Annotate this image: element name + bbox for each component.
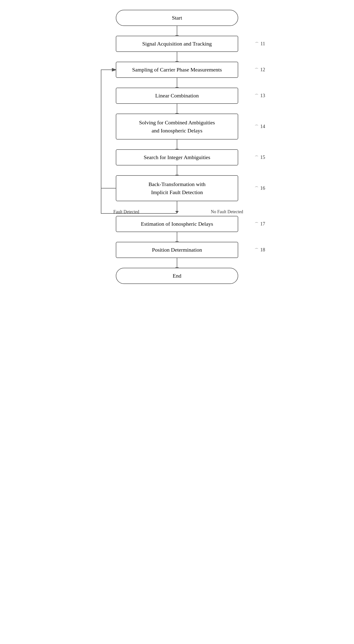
step15-node: Search for Integer Ambiguities (116, 149, 238, 166)
ref-14: 14 (254, 124, 265, 130)
step13-row: Linear Combination 13 (108, 88, 246, 104)
step14-label: Solving for Combined Ambiguitiesand Iono… (139, 120, 215, 134)
end-label: End (172, 273, 181, 279)
step12-label: Sampling of Carrier Phase Measurements (132, 66, 222, 73)
ref-17: 17 (254, 221, 265, 227)
step16-row: Back-Transformation withImplicit Fault D… (108, 175, 246, 201)
no-fault-detected-label: No Fault Detected (211, 209, 243, 214)
step17-row: Estimation of Ionospheric Delays 17 (108, 216, 246, 232)
step17-node: Estimation of Ionospheric Delays (116, 216, 238, 232)
step11-label: Signal Acquisition and Tracking (142, 41, 212, 47)
diagram-container: Start Signal Acquisition and Tracking 11… (84, 10, 270, 284)
end-node: End (116, 268, 238, 284)
step17-label: Estimation of Ionospheric Delays (141, 221, 213, 227)
step16-node: Back-Transformation withImplicit Fault D… (116, 175, 238, 201)
ref-16: 16 (254, 185, 265, 191)
step14-row: Solving for Combined Ambiguitiesand Iono… (108, 114, 246, 140)
step14-node: Solving for Combined Ambiguitiesand Iono… (116, 114, 238, 140)
ref-13: 13 (254, 93, 265, 99)
arrow-17-to-18 (177, 232, 177, 242)
start-node: Start (116, 10, 238, 26)
ref-18: 18 (254, 247, 265, 253)
step11-row: Signal Acquisition and Tracking 11 (108, 36, 246, 52)
step12-node: Sampling of Carrier Phase Measurements (116, 62, 238, 78)
arrow-11-to-12 (177, 52, 177, 62)
arrow-14-to-15 (177, 140, 177, 149)
step16-label: Back-Transformation withImplicit Fault D… (148, 181, 206, 195)
step12-row: Sampling of Carrier Phase Measurements 1… (108, 62, 246, 78)
start-label: Start (172, 15, 182, 21)
arrow-12-to-13 (177, 78, 177, 88)
step18-node: Position Determination (116, 242, 238, 258)
step13-label: Linear Combination (155, 92, 199, 99)
step11-node: Signal Acquisition and Tracking (116, 36, 238, 52)
split-arrow (175, 211, 179, 214)
step18-label: Position Determination (152, 247, 202, 253)
step18-row: Position Determination 18 (108, 242, 246, 258)
fault-detected-label: Fault Detected (113, 209, 139, 214)
step13-node: Linear Combination (116, 88, 238, 104)
ref-11: 11 (255, 41, 265, 47)
arrow-18-to-end (177, 258, 177, 268)
arrow-15-to-16 (177, 166, 177, 175)
step15-label: Search for Integer Ambiguities (144, 154, 210, 160)
flowchart: Start Signal Acquisition and Tracking 11… (84, 10, 270, 284)
split-area: Fault Detected No Fault Detected (108, 201, 246, 216)
step15-row: Search for Integer Ambiguities 15 (108, 149, 246, 166)
arrow-start-to-11 (177, 26, 177, 36)
arrow-13-to-14 (177, 104, 177, 114)
ref-15: 15 (254, 154, 265, 160)
ref-12: 12 (254, 67, 265, 73)
